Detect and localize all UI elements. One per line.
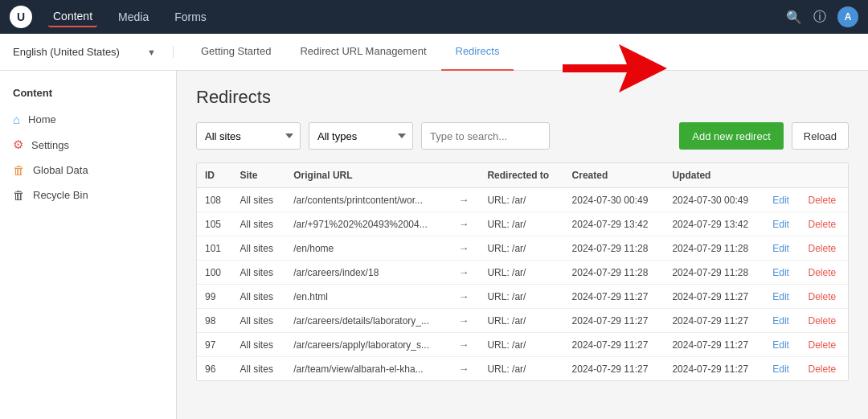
cell-edit[interactable]: Edit bbox=[764, 357, 800, 381]
site-filter[interactable]: All sites bbox=[196, 122, 301, 150]
tab-redirect-url-management[interactable]: Redirect URL Management bbox=[285, 34, 440, 71]
delete-link[interactable]: Delete bbox=[808, 267, 836, 278]
avatar[interactable]: A bbox=[837, 6, 858, 27]
cell-site: All sites bbox=[232, 236, 286, 261]
edit-link[interactable]: Edit bbox=[772, 364, 789, 375]
cell-arrow-icon: → bbox=[451, 236, 480, 261]
cell-arrow-icon: → bbox=[451, 309, 480, 333]
cell-edit[interactable]: Edit bbox=[764, 285, 800, 309]
language-selector-wrapper[interactable]: English (United States) ▼ bbox=[13, 46, 174, 58]
edit-link[interactable]: Edit bbox=[772, 291, 789, 302]
cell-edit[interactable]: Edit bbox=[764, 188, 800, 212]
cell-delete[interactable]: Delete bbox=[800, 333, 848, 357]
cell-updated: 2024-07-29 11:27 bbox=[664, 357, 764, 381]
cell-created: 2024-07-29 11:27 bbox=[564, 309, 665, 333]
tab-getting-started[interactable]: Getting Started bbox=[186, 34, 285, 71]
cell-site: All sites bbox=[232, 333, 286, 357]
help-icon[interactable]: ⓘ bbox=[813, 9, 826, 26]
content-area: Redirects All sites All types Add new re… bbox=[177, 71, 868, 419]
table-row: 108 All sites /ar/contents/printcontent/… bbox=[197, 188, 848, 212]
cell-site: All sites bbox=[232, 261, 286, 285]
search-input[interactable] bbox=[421, 122, 550, 150]
cell-arrow-icon: → bbox=[451, 285, 480, 309]
cell-delete[interactable]: Delete bbox=[800, 285, 848, 309]
cell-created: 2024-07-29 11:28 bbox=[564, 236, 665, 261]
nav-item-forms[interactable]: Forms bbox=[170, 7, 211, 27]
cell-redirected-to: URL: /ar/ bbox=[479, 309, 563, 333]
col-header-created: Created bbox=[564, 163, 665, 188]
cell-edit[interactable]: Edit bbox=[764, 309, 800, 333]
app-logo[interactable]: U bbox=[10, 6, 32, 28]
cell-arrow-icon: → bbox=[451, 188, 480, 212]
top-navigation: U Content Media Forms 🔍 ⓘ A bbox=[0, 0, 868, 34]
tab-bar: English (United States) ▼ Getting Starte… bbox=[0, 34, 868, 71]
sidebar-item-recycle-bin[interactable]: 🗑 Recycle Bin bbox=[0, 183, 176, 207]
cell-id: 98 bbox=[197, 309, 232, 333]
cell-redirected-to: URL: /ar/ bbox=[479, 212, 563, 236]
delete-link[interactable]: Delete bbox=[808, 339, 836, 351]
cell-edit[interactable]: Edit bbox=[764, 333, 800, 357]
cell-id: 105 bbox=[197, 212, 232, 236]
cell-delete[interactable]: Delete bbox=[800, 212, 848, 236]
col-header-arrow bbox=[451, 163, 480, 188]
global-data-icon: 🗑 bbox=[13, 163, 25, 177]
delete-link[interactable]: Delete bbox=[808, 219, 836, 230]
search-icon[interactable]: 🔍 bbox=[786, 10, 802, 25]
table-row: 98 All sites /ar/careers/details/laborat… bbox=[197, 309, 848, 333]
edit-link[interactable]: Edit bbox=[772, 315, 789, 327]
cell-site: All sites bbox=[232, 357, 286, 381]
language-select[interactable]: English (United States) bbox=[13, 46, 160, 58]
table-header-row: ID Site Original URL Redirected to Creat… bbox=[197, 163, 848, 188]
sidebar-item-label-recycle: Recycle Bin bbox=[33, 189, 88, 201]
sidebar-item-settings[interactable]: ⚙ Settings bbox=[0, 132, 176, 158]
cell-arrow-icon: → bbox=[451, 333, 480, 357]
cell-created: 2024-07-29 13:42 bbox=[564, 212, 665, 236]
cell-created: 2024-07-29 11:27 bbox=[564, 285, 665, 309]
toolbar: All sites All types Add new redirect Rel… bbox=[196, 122, 849, 150]
cell-created: 2024-07-30 00:49 bbox=[564, 188, 665, 212]
cell-created: 2024-07-29 11:28 bbox=[564, 261, 665, 285]
delete-link[interactable]: Delete bbox=[808, 364, 836, 375]
cell-edit[interactable]: Edit bbox=[764, 212, 800, 236]
recycle-bin-icon: 🗑 bbox=[13, 188, 25, 202]
delete-link[interactable]: Delete bbox=[808, 195, 836, 206]
edit-link[interactable]: Edit bbox=[772, 339, 789, 351]
sidebar-item-label-global: Global Data bbox=[33, 164, 88, 176]
type-filter[interactable]: All types bbox=[309, 122, 413, 150]
sidebar-item-label-home: Home bbox=[28, 113, 56, 125]
edit-link[interactable]: Edit bbox=[772, 219, 789, 230]
cell-delete[interactable]: Delete bbox=[800, 309, 848, 333]
cell-updated: 2024-07-29 13:42 bbox=[664, 212, 764, 236]
cell-delete[interactable]: Delete bbox=[800, 188, 848, 212]
cell-edit[interactable]: Edit bbox=[764, 261, 800, 285]
delete-link[interactable]: Delete bbox=[808, 243, 836, 254]
delete-link[interactable]: Delete bbox=[808, 291, 836, 302]
cell-delete[interactable]: Delete bbox=[800, 236, 848, 261]
sidebar-item-label-settings: Settings bbox=[31, 139, 69, 151]
cell-redirected-to: URL: /ar/ bbox=[479, 261, 563, 285]
cell-site: All sites bbox=[232, 188, 286, 212]
sidebar-item-home[interactable]: ⌂ Home bbox=[0, 107, 176, 132]
cell-updated: 2024-07-30 00:49 bbox=[664, 188, 764, 212]
nav-item-content[interactable]: Content bbox=[48, 6, 97, 27]
cell-redirected-to: URL: /ar/ bbox=[479, 333, 563, 357]
cell-delete[interactable]: Delete bbox=[800, 261, 848, 285]
cell-id: 101 bbox=[197, 236, 232, 261]
cell-edit[interactable]: Edit bbox=[764, 236, 800, 261]
delete-link[interactable]: Delete bbox=[808, 315, 836, 327]
cell-updated: 2024-07-29 11:28 bbox=[664, 236, 764, 261]
edit-link[interactable]: Edit bbox=[772, 195, 789, 206]
cell-arrow-icon: → bbox=[451, 261, 480, 285]
add-new-redirect-button[interactable]: Add new redirect bbox=[679, 122, 784, 150]
table-row: 105 All sites /ar/+971%202%20493%2004...… bbox=[197, 212, 848, 236]
edit-link[interactable]: Edit bbox=[772, 243, 789, 254]
cell-delete[interactable]: Delete bbox=[800, 357, 848, 381]
reload-button[interactable]: Reload bbox=[792, 122, 849, 150]
cell-site: All sites bbox=[232, 285, 286, 309]
col-header-id: ID bbox=[197, 163, 232, 188]
sidebar-section-label: Content bbox=[0, 84, 176, 107]
tab-redirects[interactable]: Redirects bbox=[441, 34, 514, 71]
nav-item-media[interactable]: Media bbox=[113, 7, 154, 27]
sidebar-item-global-data[interactable]: 🗑 Global Data bbox=[0, 158, 176, 183]
edit-link[interactable]: Edit bbox=[772, 267, 789, 278]
